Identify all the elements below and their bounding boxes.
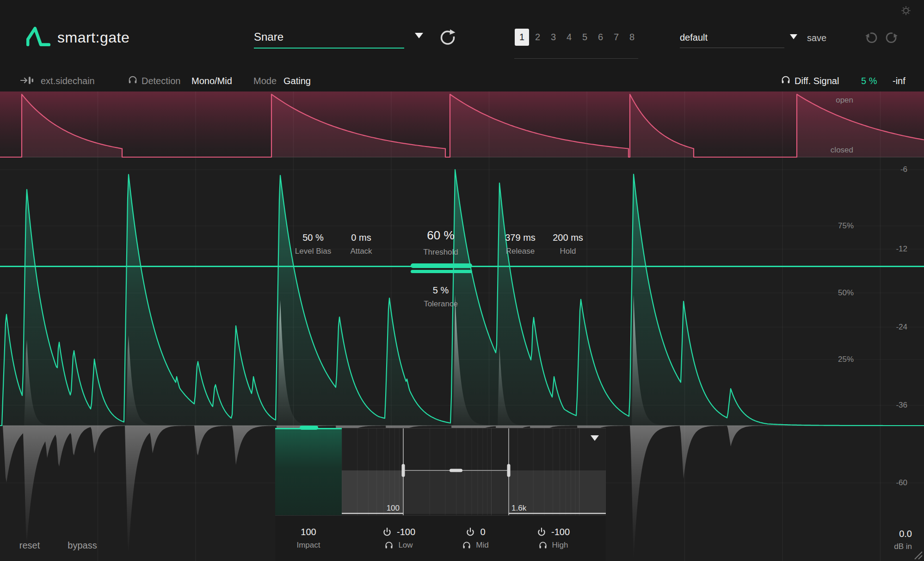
diff-signal-amount[interactable]: 5 % (861, 75, 877, 86)
preset-underline (254, 48, 404, 49)
attack-label: Attack (329, 247, 394, 256)
axis-db-24: -24 (896, 323, 907, 332)
preset-slot-7[interactable]: 7 (609, 29, 623, 46)
ext-sidechain-icon[interactable] (20, 75, 34, 85)
impact-label: Impact (296, 541, 320, 550)
diff-signal-headphone-icon[interactable] (781, 75, 791, 85)
low-band-label: Low (398, 541, 413, 550)
band-crossover-editor[interactable] (342, 428, 606, 516)
impact-cell: 100 Impact (275, 515, 342, 561)
crossover-high-freq[interactable]: 1.6k (511, 504, 526, 513)
gate-axis-open: open (836, 96, 853, 105)
mid-band-gain[interactable]: 0 (480, 527, 485, 537)
mid-band-label: Mid (476, 541, 488, 550)
smart-gate-window: 50 % Level Bias 0 ms Attack 60 % Thresho… (0, 0, 924, 561)
mid-band-cell: 0 Mid (434, 515, 517, 561)
mid-band-solo-headphone-icon[interactable] (462, 541, 471, 550)
axis-db-36: -36 (896, 401, 907, 410)
gate-axis-closed: closed (831, 146, 853, 155)
reload-preset-icon[interactable] (439, 29, 456, 45)
preset-slot-1[interactable]: 1 (515, 29, 529, 46)
preset-slot-bar: 1 2 3 4 5 6 7 8 (515, 29, 639, 46)
high-band-cell: -100 High (511, 515, 595, 561)
tolerance-value[interactable]: 5 % (408, 285, 473, 296)
hold-value[interactable]: 200 ms (536, 232, 600, 243)
threshold-label: Threshold (408, 248, 473, 257)
impact-handle[interactable] (300, 426, 318, 430)
threshold-handle[interactable] (411, 263, 472, 268)
ext-sidechain-toggle[interactable]: ext.sidechain (41, 75, 95, 86)
reset-button[interactable]: reset (11, 540, 48, 551)
settings-gear-icon[interactable] (901, 6, 911, 16)
preset-slot-5[interactable]: 5 (578, 29, 592, 46)
preset-slot-4[interactable]: 4 (562, 29, 576, 46)
slot-bar-underline (514, 58, 638, 59)
mid-band-power-icon[interactable] (465, 527, 475, 537)
profile-select[interactable]: default (680, 32, 708, 43)
preset-dropdown-arrow-icon[interactable] (415, 33, 423, 38)
attack-value[interactable]: 0 ms (329, 232, 394, 243)
crossover-low-freq[interactable]: 100 (370, 504, 400, 513)
hold-label: Hold (536, 247, 600, 256)
bypass-button[interactable]: bypass (62, 540, 103, 551)
preset-select[interactable]: Snare (254, 30, 283, 44)
impact-pad[interactable] (275, 428, 342, 515)
preset-slot-6[interactable]: 6 (593, 29, 608, 46)
profile-dropdown-arrow-icon[interactable] (790, 34, 797, 39)
axis-pct-25: 25% (838, 355, 854, 364)
mode-label: Mode (253, 75, 277, 86)
output-meter-value: 0.0 (880, 528, 912, 539)
axis-db-60: -60 (896, 478, 907, 488)
gate-mode-select[interactable]: Gating (283, 75, 311, 86)
input-meter-readout: -inf (893, 75, 906, 86)
threshold-handle-secondary[interactable] (411, 270, 472, 273)
resize-handle[interactable] (913, 550, 923, 560)
diff-signal-label: Diff. Signal (795, 75, 839, 86)
profile-underline (680, 48, 784, 48)
app-title: smart:gate (57, 30, 129, 46)
high-band-solo-headphone-icon[interactable] (538, 541, 548, 550)
sonible-logo (26, 25, 51, 48)
low-band-gain[interactable]: -100 (397, 527, 415, 537)
tolerance-label: Tolerance (408, 299, 473, 309)
detection-label: Detection (142, 75, 181, 86)
redo-icon[interactable] (884, 30, 898, 44)
axis-pct-50: 50% (838, 288, 854, 298)
save-preset-button[interactable]: save (807, 32, 826, 43)
undo-icon[interactable] (865, 30, 879, 44)
low-band-solo-headphone-icon[interactable] (384, 541, 394, 550)
preset-slot-2[interactable]: 2 (530, 29, 545, 46)
low-band-power-icon[interactable] (382, 527, 392, 537)
output-meter-label: dB in (880, 542, 912, 551)
low-band-cell: -100 Low (357, 515, 440, 561)
threshold-value[interactable]: 60 % (404, 228, 478, 243)
collapse-band-panel-button[interactable] (591, 435, 599, 441)
axis-db-12: -12 (896, 244, 907, 254)
detection-mode-select[interactable]: Mono/Mid (191, 75, 232, 86)
axis-pct-75: 75% (838, 221, 854, 231)
high-band-power-icon[interactable] (536, 527, 547, 537)
impact-value[interactable]: 100 (301, 527, 316, 537)
high-band-label: High (552, 541, 568, 550)
detection-headphone-icon[interactable] (128, 75, 138, 85)
preset-slot-8[interactable]: 8 (625, 29, 639, 46)
preset-slot-3[interactable]: 3 (546, 29, 561, 46)
band-eq-panel (342, 428, 606, 515)
axis-db-6: -6 (900, 165, 907, 174)
high-band-gain[interactable]: -100 (551, 527, 570, 537)
